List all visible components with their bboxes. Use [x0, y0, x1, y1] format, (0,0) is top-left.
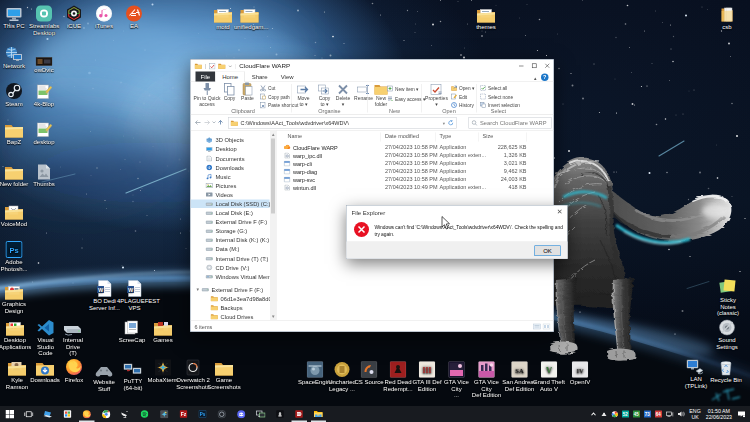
svg-text:IV: IV — [576, 367, 584, 374]
svg-text:Ps: Ps — [200, 412, 206, 417]
svg-text:Fz: Fz — [181, 411, 187, 417]
svg-text:V: V — [546, 365, 553, 375]
svg-text:SA: SA — [515, 367, 524, 374]
svg-text:W: W — [98, 287, 104, 293]
svg-text:III: III — [423, 366, 432, 375]
svg-text:W: W — [128, 287, 134, 293]
svg-text:Ps: Ps — [9, 246, 18, 255]
